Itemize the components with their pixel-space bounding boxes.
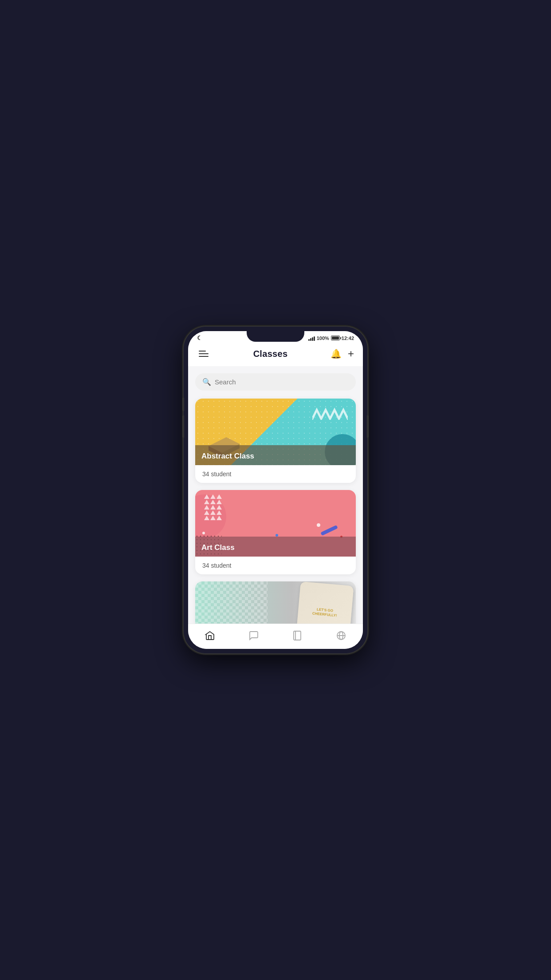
class-card-english[interactable]: LET'S GOCHEERFULLY! English Class 34 stu… xyxy=(195,581,356,624)
abstract-background: Abstract Class xyxy=(195,399,356,465)
signal-bar-3 xyxy=(312,337,313,341)
phone-frame: ☾ 100% 12:42 Cla xyxy=(184,327,367,653)
nav-item-classes[interactable] xyxy=(285,628,310,643)
class-card-image-abstract: Abstract Class xyxy=(195,399,356,465)
search-bar[interactable]: 🔍 xyxy=(195,373,356,391)
english-background: LET'S GOCHEERFULLY! English Class xyxy=(195,581,356,624)
page-title: Classes xyxy=(253,349,288,359)
header-actions: 🔔 + xyxy=(331,348,354,360)
side-button-right xyxy=(367,415,369,438)
abstract-student-count: 34 student xyxy=(202,470,231,478)
content-area: 🔍 xyxy=(188,366,363,624)
zigzag-pattern xyxy=(312,407,348,420)
pouch-shape: LET'S GOCHEERFULLY! xyxy=(296,581,354,624)
battery-fill xyxy=(332,336,339,340)
signal-bar-1 xyxy=(308,339,310,341)
hamburger-line-2 xyxy=(199,353,209,354)
side-button-left-bottom xyxy=(182,415,184,438)
class-card-image-art: Art Class xyxy=(195,490,356,557)
bottom-navigation xyxy=(188,624,363,649)
english-pattern xyxy=(195,581,268,624)
class-card-abstract[interactable]: Abstract Class 34 student xyxy=(195,399,356,483)
status-icon: ☾ xyxy=(197,335,202,341)
nav-item-chat[interactable] xyxy=(241,628,266,643)
hamburger-line-1 xyxy=(199,351,206,352)
art-slash-shape xyxy=(320,525,338,536)
status-right: 100% 12:42 xyxy=(308,336,354,341)
nav-item-explore[interactable] xyxy=(329,628,354,643)
phone-screen: ☾ 100% 12:42 Cla xyxy=(188,331,363,649)
art-background: Art Class xyxy=(195,490,356,557)
hamburger-line-3 xyxy=(199,356,209,357)
app-header: Classes 🔔 + xyxy=(188,343,363,366)
menu-button[interactable] xyxy=(197,349,210,359)
art-dot-white xyxy=(317,523,320,527)
home-icon xyxy=(205,630,215,641)
battery-icon xyxy=(331,336,340,340)
book-icon xyxy=(292,630,303,641)
art-class-title: Art Class xyxy=(195,540,356,557)
nav-item-home[interactable] xyxy=(197,628,222,643)
globe-icon xyxy=(336,630,346,641)
art-dot-small xyxy=(202,532,205,534)
svg-rect-4 xyxy=(294,631,301,640)
signal-bar-4 xyxy=(314,336,315,341)
battery-percent: 100% xyxy=(317,336,329,341)
signal-icon xyxy=(308,336,315,341)
signal-bar-2 xyxy=(310,338,311,341)
abstract-class-footer: 34 student xyxy=(195,465,356,483)
search-input[interactable] xyxy=(215,378,349,386)
art-class-footer: 34 student xyxy=(195,557,356,574)
add-button[interactable]: + xyxy=(348,348,354,360)
class-card-image-english: LET'S GOCHEERFULLY! English Class xyxy=(195,581,356,624)
art-student-count: 34 student xyxy=(202,562,231,569)
bell-icon[interactable]: 🔔 xyxy=(331,348,342,359)
triangle-pattern xyxy=(204,494,222,520)
status-time: 12:42 xyxy=(342,336,354,341)
phone-notch xyxy=(247,331,304,342)
class-card-art[interactable]: Art Class 34 student xyxy=(195,490,356,574)
abstract-class-title: Abstract Class xyxy=(195,448,356,465)
side-button-left-top xyxy=(182,398,184,411)
chat-icon xyxy=(248,630,259,641)
search-icon: 🔍 xyxy=(202,378,211,386)
